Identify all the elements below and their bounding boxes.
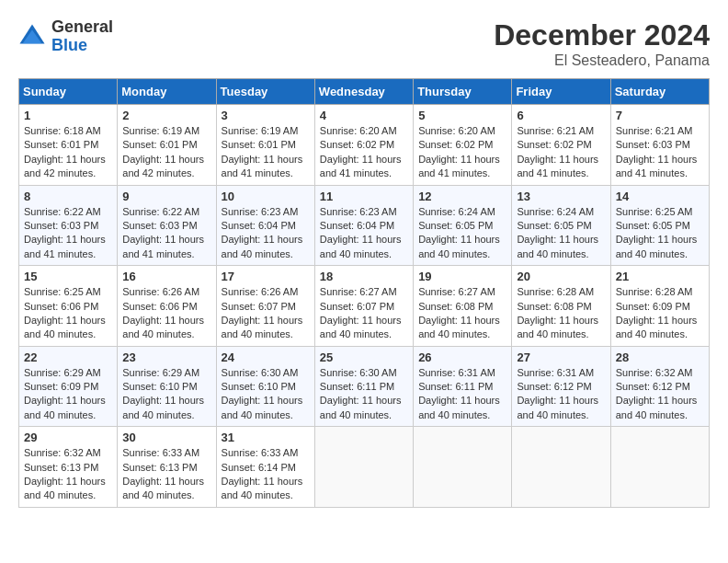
day-info: Sunrise: 6:22 AM Sunset: 6:03 PM Dayligh… [24, 205, 112, 262]
table-row: 2 Sunrise: 6:19 AM Sunset: 6:01 PM Dayli… [118, 105, 216, 186]
table-row: 24 Sunrise: 6:30 AM Sunset: 6:10 PM Dayl… [216, 346, 314, 427]
logo: General Blue [18, 18, 113, 55]
calendar-table: Sunday Monday Tuesday Wednesday Thursday… [18, 78, 710, 508]
day-info: Sunrise: 6:31 AM Sunset: 6:12 PM Dayligh… [517, 366, 605, 423]
col-monday: Monday [118, 79, 216, 105]
day-number: 26 [418, 350, 506, 364]
table-row: 8 Sunrise: 6:22 AM Sunset: 6:03 PM Dayli… [19, 185, 118, 266]
logo-line1: General [51, 18, 113, 37]
calendar-week-row: 15 Sunrise: 6:25 AM Sunset: 6:06 PM Dayl… [19, 266, 710, 347]
day-number: 29 [24, 431, 112, 444]
day-info: Sunrise: 6:32 AM Sunset: 6:13 PM Dayligh… [24, 446, 112, 503]
col-thursday: Thursday [414, 79, 512, 105]
table-row: 26 Sunrise: 6:31 AM Sunset: 6:11 PM Dayl… [414, 346, 512, 427]
day-info: Sunrise: 6:20 AM Sunset: 6:02 PM Dayligh… [418, 124, 506, 181]
calendar-week-row: 22 Sunrise: 6:29 AM Sunset: 6:09 PM Dayl… [19, 346, 710, 427]
day-number: 13 [517, 190, 605, 203]
table-row: 9 Sunrise: 6:22 AM Sunset: 6:03 PM Dayli… [118, 185, 216, 266]
calendar-week-row: 8 Sunrise: 6:22 AM Sunset: 6:03 PM Dayli… [19, 185, 710, 266]
day-number: 12 [418, 190, 506, 203]
table-row: 19 Sunrise: 6:27 AM Sunset: 6:08 PM Dayl… [414, 266, 512, 347]
day-info: Sunrise: 6:21 AM Sunset: 6:03 PM Dayligh… [616, 124, 704, 181]
calendar-week-row: 1 Sunrise: 6:18 AM Sunset: 6:01 PM Dayli… [19, 105, 710, 186]
day-number: 8 [24, 190, 112, 203]
day-info: Sunrise: 6:19 AM Sunset: 6:01 PM Dayligh… [122, 124, 210, 181]
day-info: Sunrise: 6:29 AM Sunset: 6:10 PM Dayligh… [122, 366, 210, 423]
day-info: Sunrise: 6:21 AM Sunset: 6:02 PM Dayligh… [517, 124, 605, 181]
table-row: 12 Sunrise: 6:24 AM Sunset: 6:05 PM Dayl… [414, 185, 512, 266]
day-info: Sunrise: 6:31 AM Sunset: 6:11 PM Dayligh… [418, 366, 506, 423]
day-number: 5 [418, 109, 506, 122]
day-number: 19 [418, 270, 506, 283]
day-info: Sunrise: 6:25 AM Sunset: 6:05 PM Dayligh… [616, 205, 704, 262]
table-row: 28 Sunrise: 6:32 AM Sunset: 6:12 PM Dayl… [610, 346, 709, 427]
table-row [512, 427, 610, 508]
day-info: Sunrise: 6:30 AM Sunset: 6:10 PM Dayligh… [222, 366, 310, 423]
day-info: Sunrise: 6:33 AM Sunset: 6:13 PM Dayligh… [122, 446, 210, 503]
table-row: 5 Sunrise: 6:20 AM Sunset: 6:02 PM Dayli… [414, 105, 512, 186]
day-info: Sunrise: 6:26 AM Sunset: 6:07 PM Dayligh… [222, 285, 310, 342]
day-number: 7 [616, 109, 704, 122]
day-number: 1 [24, 109, 112, 122]
day-info: Sunrise: 6:25 AM Sunset: 6:06 PM Dayligh… [24, 285, 112, 342]
day-info: Sunrise: 6:23 AM Sunset: 6:04 PM Dayligh… [320, 205, 408, 262]
day-number: 22 [24, 350, 112, 364]
day-number: 2 [122, 109, 210, 122]
day-info: Sunrise: 6:27 AM Sunset: 6:07 PM Dayligh… [320, 285, 408, 342]
page-header: General Blue December 2024 El Sesteadero… [18, 18, 710, 69]
day-info: Sunrise: 6:27 AM Sunset: 6:08 PM Dayligh… [418, 285, 506, 342]
day-info: Sunrise: 6:29 AM Sunset: 6:09 PM Dayligh… [24, 366, 112, 423]
logo-icon [18, 23, 46, 51]
table-row: 18 Sunrise: 6:27 AM Sunset: 6:07 PM Dayl… [314, 266, 413, 347]
title-block: December 2024 El Sesteadero, Panama [494, 18, 710, 69]
day-number: 25 [320, 350, 408, 364]
table-row: 1 Sunrise: 6:18 AM Sunset: 6:01 PM Dayli… [19, 105, 118, 186]
day-info: Sunrise: 6:24 AM Sunset: 6:05 PM Dayligh… [418, 205, 506, 262]
table-row: 3 Sunrise: 6:19 AM Sunset: 6:01 PM Dayli… [216, 105, 314, 186]
day-number: 28 [616, 350, 704, 364]
table-row: 25 Sunrise: 6:30 AM Sunset: 6:11 PM Dayl… [314, 346, 413, 427]
col-saturday: Saturday [610, 79, 709, 105]
day-number: 31 [222, 431, 310, 444]
day-number: 30 [122, 431, 210, 444]
day-info: Sunrise: 6:19 AM Sunset: 6:01 PM Dayligh… [222, 124, 310, 181]
day-number: 9 [122, 190, 210, 203]
day-number: 6 [517, 109, 605, 122]
day-number: 4 [320, 109, 408, 122]
day-number: 23 [122, 350, 210, 364]
day-info: Sunrise: 6:20 AM Sunset: 6:02 PM Dayligh… [320, 124, 408, 181]
table-row [610, 427, 709, 508]
col-friday: Friday [512, 79, 610, 105]
day-number: 21 [616, 270, 704, 283]
calendar-subtitle: El Sesteadero, Panama [494, 52, 710, 69]
table-row: 31 Sunrise: 6:33 AM Sunset: 6:14 PM Dayl… [216, 427, 314, 508]
day-number: 20 [517, 270, 605, 283]
calendar-header-row: Sunday Monday Tuesday Wednesday Thursday… [19, 79, 710, 105]
day-number: 11 [320, 190, 408, 203]
logo-line2: Blue [51, 37, 113, 55]
table-row: 27 Sunrise: 6:31 AM Sunset: 6:12 PM Dayl… [512, 346, 610, 427]
day-info: Sunrise: 6:18 AM Sunset: 6:01 PM Dayligh… [24, 124, 112, 181]
logo-text: General Blue [51, 18, 113, 55]
table-row: 14 Sunrise: 6:25 AM Sunset: 6:05 PM Dayl… [610, 185, 709, 266]
day-number: 18 [320, 270, 408, 283]
table-row [414, 427, 512, 508]
day-info: Sunrise: 6:32 AM Sunset: 6:12 PM Dayligh… [616, 366, 704, 423]
table-row: 6 Sunrise: 6:21 AM Sunset: 6:02 PM Dayli… [512, 105, 610, 186]
table-row: 22 Sunrise: 6:29 AM Sunset: 6:09 PM Dayl… [19, 346, 118, 427]
day-number: 24 [222, 350, 310, 364]
table-row: 4 Sunrise: 6:20 AM Sunset: 6:02 PM Dayli… [314, 105, 413, 186]
day-info: Sunrise: 6:30 AM Sunset: 6:11 PM Dayligh… [320, 366, 408, 423]
day-info: Sunrise: 6:22 AM Sunset: 6:03 PM Dayligh… [122, 205, 210, 262]
col-sunday: Sunday [19, 79, 118, 105]
table-row: 30 Sunrise: 6:33 AM Sunset: 6:13 PM Dayl… [118, 427, 216, 508]
day-info: Sunrise: 6:33 AM Sunset: 6:14 PM Dayligh… [222, 446, 310, 503]
table-row: 7 Sunrise: 6:21 AM Sunset: 6:03 PM Dayli… [610, 105, 709, 186]
table-row: 23 Sunrise: 6:29 AM Sunset: 6:10 PM Dayl… [118, 346, 216, 427]
table-row: 21 Sunrise: 6:28 AM Sunset: 6:09 PM Dayl… [610, 266, 709, 347]
table-row: 20 Sunrise: 6:28 AM Sunset: 6:08 PM Dayl… [512, 266, 610, 347]
day-info: Sunrise: 6:28 AM Sunset: 6:09 PM Dayligh… [616, 285, 704, 342]
table-row: 29 Sunrise: 6:32 AM Sunset: 6:13 PM Dayl… [19, 427, 118, 508]
day-number: 10 [222, 190, 310, 203]
table-row: 10 Sunrise: 6:23 AM Sunset: 6:04 PM Dayl… [216, 185, 314, 266]
